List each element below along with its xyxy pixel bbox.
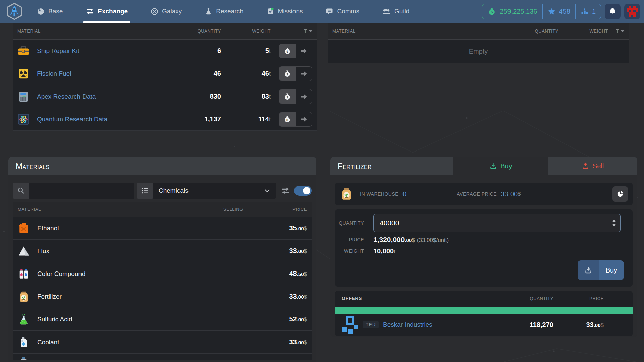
tab-base[interactable]: Base [34, 0, 65, 23]
unit-price-note: (33.00$/unit) [417, 237, 449, 243]
search-input[interactable] [29, 183, 134, 199]
profile-avatar-button[interactable] [624, 4, 640, 19]
list-view-button[interactable] [137, 183, 153, 199]
fertilizer-bag-icon [340, 187, 353, 201]
empty-state-label: Empty [328, 40, 629, 63]
price-decimals: .50 [297, 271, 304, 277]
quantity-stepper[interactable] [612, 220, 616, 227]
chevron-down-icon [309, 30, 312, 32]
buy-button[interactable]: Buy [578, 260, 624, 280]
notifications-button[interactable] [605, 4, 621, 19]
table-row[interactable]: Quantum Research Data 1,137 114t $ [13, 108, 317, 131]
warehouse-summary-card: In warehouse 0 Average price 33.00$ [335, 183, 633, 205]
price-value: 52 [289, 315, 297, 323]
tab-comms[interactable]: Comms [323, 0, 362, 23]
tab-missions[interactable]: Missions [264, 0, 306, 23]
total-weight-value: 10,000 [373, 247, 394, 255]
offer-row[interactable]: TER Beskar Industries 118,270 33.00$ [335, 314, 633, 336]
tab-guild[interactable]: Guild [379, 0, 412, 23]
table-row[interactable]: Fission Fuel 46 46t $ [13, 62, 317, 85]
svg-text:$: $ [286, 118, 288, 121]
sell-material-button[interactable]: $ [279, 67, 296, 81]
rank-badge[interactable]: 1 [576, 4, 601, 19]
nav-status-cluster: $ 259,225,136 458 [482, 0, 640, 23]
sort-label: T [304, 28, 307, 34]
sell-material-button[interactable]: $ [279, 44, 296, 58]
tab-buy[interactable]: Buy [453, 157, 548, 175]
tab-exchange[interactable]: Exchange [83, 0, 130, 23]
arrow-right-icon [300, 93, 308, 100]
category-select[interactable]: Chemicals [153, 183, 276, 199]
table-row[interactable]: Apex Research Data 830 83t $ [13, 85, 317, 108]
quantity-input[interactable] [373, 214, 621, 232]
weight-value: 83 [262, 93, 269, 100]
currency-symbol: $ [304, 225, 307, 232]
quantum-chip-icon [17, 113, 30, 125]
tab-sell[interactable]: Sell [548, 157, 637, 175]
material-name-link[interactable]: Quantum Research Data [37, 116, 107, 123]
price-decimals: .00 [297, 294, 304, 300]
category-selected-value: Chemicals [159, 187, 189, 194]
total-price-decimals: .00 [405, 237, 412, 243]
row-action-group: $ [279, 112, 312, 127]
table-row[interactable]: Sulfuric Acid 52.00$ [13, 308, 312, 331]
column-material: Material [17, 28, 171, 34]
table-row-partial[interactable] [13, 354, 312, 360]
transfer-material-button[interactable] [296, 67, 312, 81]
price-chart-button[interactable] [612, 186, 628, 202]
total-price-value: 1,320,000 [373, 236, 405, 243]
tab-galaxy[interactable]: Galaxy [148, 0, 184, 23]
sort-selector[interactable]: T [271, 28, 312, 34]
weight-unit: t [269, 48, 271, 54]
app-logo[interactable] [4, 0, 25, 23]
tab-research[interactable]: Research [202, 0, 246, 23]
material-name-link[interactable]: Ship Repair Kit [37, 47, 79, 55]
offers-title: Offers [342, 296, 503, 301]
seller-name-link[interactable]: Beskar Industries [383, 321, 432, 328]
materials-panel-header: Materials [8, 157, 316, 175]
material-name-link[interactable]: Apex Research Data [37, 93, 96, 100]
search-icon-box [13, 183, 29, 199]
market-materials-table: Material Selling Price Ethanol 35.00$ [13, 202, 312, 360]
rank-podium-icon [581, 7, 589, 15]
credits-badge[interactable]: $ 259,225,136 [482, 4, 542, 19]
svg-text:$: $ [286, 49, 288, 53]
warehouse-inventory-table: Material Quantity Weight T Ship Repair K… [13, 23, 317, 131]
table-row[interactable]: Ethanol 35.00$ [13, 217, 312, 240]
guild-people-icon [382, 8, 391, 15]
column-material: Material [332, 28, 503, 34]
trade-panel-header: Fertilizer Buy Sell [330, 157, 637, 175]
transfer-material-button[interactable] [296, 112, 312, 126]
average-price-value: 33.00 [501, 190, 518, 198]
table-row[interactable]: Color Compound 48.50$ [13, 262, 312, 285]
currency-symbol: $ [304, 316, 307, 323]
weight-unit: t [269, 93, 271, 100]
sell-material-button[interactable]: $ [279, 112, 296, 126]
transfer-material-button[interactable] [296, 89, 312, 104]
currency-symbol: $ [304, 248, 307, 254]
materials-table-header: Material Selling Price [13, 202, 312, 217]
toggle-knob [303, 187, 310, 194]
price-label: Price [335, 237, 364, 242]
tab-label: Galaxy [162, 8, 182, 15]
row-action-group: $ [279, 89, 312, 104]
upload-icon [582, 162, 589, 170]
stepper-down-icon[interactable] [612, 224, 616, 227]
material-name-link[interactable]: Fission Fuel [37, 70, 71, 77]
buy-sell-toggle[interactable] [294, 186, 312, 196]
sort-selector[interactable]: T [608, 28, 624, 34]
reputation-badge[interactable]: 458 [542, 4, 576, 19]
arrow-right-icon [300, 116, 308, 123]
money-bag-icon: $ [283, 93, 291, 101]
table-row[interactable]: Flux 33.00$ [13, 240, 312, 262]
stepper-up-icon[interactable] [612, 220, 616, 222]
table-row[interactable]: Coolant 33.00$ [13, 331, 312, 354]
offer-volume-bar [335, 307, 633, 314]
weight-unit: t [269, 70, 271, 77]
sell-material-button[interactable]: $ [279, 89, 296, 104]
table-row[interactable]: Ship Repair Kit 6 5t $ [13, 40, 317, 62]
transfer-material-button[interactable] [296, 44, 312, 58]
chevron-down-icon [264, 189, 270, 193]
table-row[interactable]: Fertilizer 33.00$ [13, 285, 312, 308]
pixel-avatar-icon [627, 6, 638, 17]
